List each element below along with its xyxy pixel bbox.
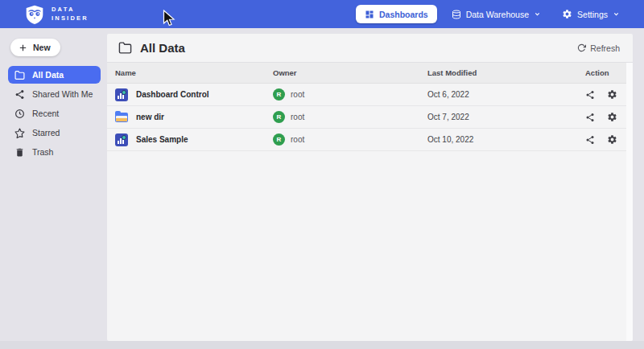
chevron-down-icon [534, 10, 541, 18]
clock-icon [14, 109, 25, 119]
table-row[interactable]: Dashboard Control R root Oct 6, 2022 [107, 84, 633, 106]
owner-name: root [291, 113, 304, 121]
sidebar-item-label: Shared With Me [32, 89, 93, 99]
dashboard-file-icon [115, 133, 128, 146]
chevron-down-icon [613, 10, 620, 18]
sidebar-item-label: Starred [32, 128, 60, 138]
owner-avatar: R [273, 111, 285, 123]
last-modified: Oct 6, 2022 [427, 90, 585, 99]
sidebar-item-all-data[interactable]: All Data [8, 66, 101, 84]
sidebar-item-starred[interactable]: Starred [8, 124, 101, 142]
sidebar-item-label: Trash [32, 147, 53, 157]
sidebar-item-label: All Data [32, 70, 64, 80]
column-header-owner: Owner [273, 68, 427, 77]
row-name[interactable]: Dashboard Control [136, 90, 209, 99]
table-row[interactable]: new dir R root Oct 7, 2022 [107, 106, 633, 129]
main-panel: All Data Refresh Name Owner Last Modifie… [107, 34, 633, 341]
nav-dashboards-button[interactable]: Dashboards [356, 5, 437, 23]
sidebar-item-trash[interactable]: Trash [8, 143, 101, 161]
owl-logo-icon [24, 4, 45, 25]
top-nav: Dashboards Data Warehouse Settings [356, 5, 626, 23]
sidebar-menu: All Data Shared With Me Recent Starred [8, 66, 101, 161]
owner-avatar: R [273, 133, 285, 146]
refresh-icon [577, 43, 586, 52]
row-name[interactable]: new dir [136, 113, 164, 121]
plus-icon [19, 43, 27, 52]
sidebar-item-shared-with-me[interactable]: Shared With Me [8, 85, 101, 103]
share-icon[interactable] [585, 90, 595, 100]
brand-name: DATA INSIDER [52, 6, 89, 22]
last-modified: Oct 7, 2022 [427, 113, 585, 121]
dashboard-file-icon [115, 88, 128, 101]
sidebar-item-recent[interactable]: Recent [8, 105, 101, 122]
gear-icon [562, 9, 572, 19]
top-bar: DATA INSIDER Dashboards Data Warehouse S… [0, 0, 644, 28]
dashboard-icon [365, 10, 374, 19]
owner-avatar: R [273, 88, 285, 101]
owner-name: root [291, 90, 304, 99]
share-icon[interactable] [585, 113, 595, 122]
sidebar: New All Data Shared With Me Recent [0, 28, 107, 349]
new-button-label: New [33, 43, 51, 52]
owner-name: root [291, 135, 304, 144]
nav-settings-label: Settings [577, 10, 608, 19]
share-icon [14, 89, 25, 100]
share-icon[interactable] [585, 135, 595, 145]
column-header-last-modified: Last Modified [427, 68, 585, 77]
refresh-label: Refresh [590, 43, 620, 53]
nav-settings-button[interactable]: Settings [555, 9, 626, 19]
brand: DATA INSIDER [24, 4, 89, 25]
folder-icon [118, 41, 132, 55]
page-title-bar: All Data Refresh [107, 34, 633, 63]
column-header-name: Name [115, 68, 273, 77]
row-name[interactable]: Sales Sample [136, 135, 188, 144]
gear-icon[interactable] [607, 134, 617, 145]
gear-icon[interactable] [607, 89, 617, 100]
table-header: Name Owner Last Modified Action [107, 63, 633, 84]
page-title: All Data [140, 41, 185, 55]
refresh-button[interactable]: Refresh [577, 43, 620, 53]
nav-dashboards-label: Dashboards [379, 10, 428, 19]
gear-icon[interactable] [607, 112, 617, 122]
folder-icon [14, 70, 25, 80]
trash-icon [14, 147, 25, 158]
star-icon [14, 128, 25, 138]
folder-file-icon [115, 111, 128, 124]
nav-data-warehouse-label: Data Warehouse [466, 10, 529, 19]
new-button[interactable]: New [10, 39, 60, 56]
database-icon [452, 10, 461, 19]
nav-data-warehouse-button[interactable]: Data Warehouse [445, 10, 547, 19]
scrollbar[interactable] [626, 63, 633, 341]
table-row[interactable]: Sales Sample R root Oct 10, 2022 [107, 129, 633, 151]
last-modified: Oct 10, 2022 [427, 135, 585, 144]
sidebar-item-label: Recent [32, 109, 59, 118]
window-bottom-edge [0, 341, 644, 349]
